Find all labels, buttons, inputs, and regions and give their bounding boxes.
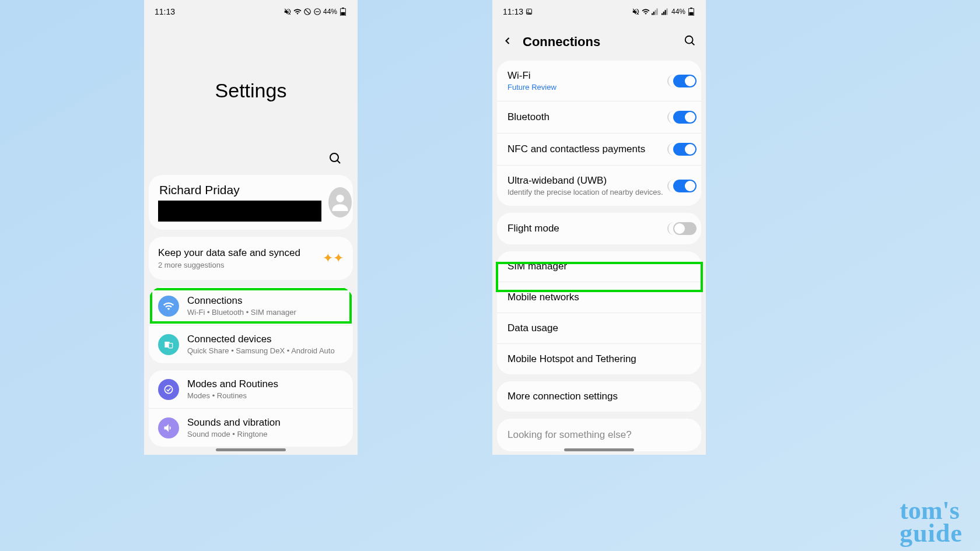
setting-sounds[interactable]: Sounds and vibration Sound mode • Ringto…	[149, 409, 353, 447]
devices-icon	[158, 334, 179, 355]
mute-icon	[632, 8, 640, 16]
profile-name: Richard Priday	[158, 183, 321, 197]
page-title: Connections	[523, 34, 674, 50]
search-button[interactable]	[328, 152, 342, 168]
connection-group-sim: SIM manager Mobile networks Data usage M…	[497, 251, 701, 374]
search-button[interactable]	[684, 34, 696, 50]
svg-line-27	[692, 43, 695, 45]
no-location-icon	[303, 8, 312, 16]
status-bar: 11:13 44%	[144, 0, 358, 23]
setting-sub: Quick Share • Samsung DeX • Android Auto	[187, 346, 344, 355]
svg-rect-18	[656, 8, 657, 15]
nav-bar	[564, 448, 634, 451]
setting-sub: Sound mode • Ringtone	[187, 430, 344, 438]
battery-text: 44%	[323, 8, 337, 16]
suggestion-sub: 2 more suggestions	[158, 261, 300, 269]
back-button[interactable]	[502, 34, 513, 50]
conn-data-usage[interactable]: Data usage	[497, 313, 701, 344]
signal-icon	[652, 8, 660, 16]
sound-icon	[158, 417, 179, 438]
svg-line-1	[305, 9, 310, 14]
svg-rect-16	[653, 12, 654, 15]
footer-text: Looking for something else?	[497, 419, 701, 451]
suggestion-title: Keep your data safe and synced	[158, 247, 300, 259]
svg-rect-15	[652, 13, 653, 15]
setting-label: Sounds and vibration	[187, 417, 344, 429]
connection-group-flight: Flight mode	[497, 213, 701, 244]
setting-label: Modes and Routines	[187, 378, 344, 390]
setting-sub: Modes • Routines	[187, 391, 344, 400]
watermark-line2: guide	[900, 522, 963, 545]
conn-wifi[interactable]: Wi-FiFuture Review	[497, 61, 701, 101]
connection-footer: Looking for something else?	[497, 419, 701, 451]
conn-uwb[interactable]: Ultra-wideband (UWB)Identify the precise…	[497, 166, 701, 206]
redacted-email	[158, 201, 321, 222]
mute-icon	[284, 8, 292, 16]
setting-modes[interactable]: Modes and Routines Modes • Routines	[149, 370, 353, 409]
nav-bar	[216, 448, 286, 451]
conn-more-settings[interactable]: More connection settings	[497, 381, 701, 412]
svg-point-14	[527, 10, 528, 12]
status-bar: 11:13 44%	[492, 0, 706, 23]
status-time: 11:13	[155, 7, 175, 16]
svg-rect-19	[662, 13, 663, 15]
svg-point-12	[164, 385, 172, 393]
conn-mobile-networks[interactable]: Mobile networks	[497, 282, 701, 313]
conn-nfc[interactable]: NFC and contactless payments	[497, 134, 701, 166]
battery-text: 44%	[671, 8, 685, 16]
bluetooth-toggle[interactable]	[667, 111, 691, 124]
person-icon	[328, 191, 352, 214]
sparkle-icon: ✦✦	[323, 251, 344, 266]
setting-label: Connections	[187, 295, 344, 307]
svg-point-7	[330, 153, 338, 162]
flight-toggle[interactable]	[667, 222, 691, 235]
uwb-toggle[interactable]	[667, 180, 691, 192]
connection-group-wireless: Wi-FiFuture Review Bluetooth NFC and con…	[497, 61, 701, 206]
svg-rect-25	[690, 12, 694, 15]
conn-sim-manager[interactable]: SIM manager	[497, 251, 701, 282]
chevron-left-icon	[502, 35, 513, 47]
wifi-icon	[293, 8, 302, 16]
svg-rect-20	[663, 12, 664, 15]
search-icon	[328, 152, 342, 166]
search-icon	[684, 34, 696, 47]
conn-flight-mode[interactable]: Flight mode	[497, 213, 701, 244]
nfc-toggle[interactable]	[667, 143, 691, 156]
profile-card[interactable]: Richard Priday	[149, 175, 353, 230]
status-time: 11:13	[503, 7, 533, 16]
settings-group-1: Connections Wi-Fi • Bluetooth • SIM mana…	[149, 287, 353, 363]
settings-group-2: Modes and Routines Modes • Routines Soun…	[149, 370, 353, 447]
status-icons: 44%	[284, 8, 347, 16]
wifi-toggle[interactable]	[667, 75, 691, 87]
battery-icon	[339, 8, 347, 16]
svg-rect-6	[341, 12, 345, 15]
phone-screenshot-connections: 11:13 44% Connections Wi-FiFuture Review…	[492, 0, 706, 455]
svg-rect-11	[169, 343, 173, 348]
svg-rect-21	[665, 10, 666, 15]
svg-point-9	[336, 195, 344, 202]
conn-hotspot[interactable]: Mobile Hotspot and Tethering	[497, 344, 701, 374]
svg-rect-17	[655, 10, 656, 15]
wifi-icon	[642, 8, 650, 16]
setting-label: Connected devices	[187, 334, 344, 345]
picture-icon	[526, 8, 533, 15]
setting-connections[interactable]: Connections Wi-Fi • Bluetooth • SIM mana…	[149, 287, 353, 325]
setting-sub: Wi-Fi • Bluetooth • SIM manager	[187, 308, 344, 317]
signal-icon-2	[662, 8, 670, 16]
watermark: tom's guide	[900, 499, 963, 545]
status-icons: 44%	[632, 8, 695, 16]
modes-icon	[158, 379, 179, 400]
svg-line-8	[337, 160, 340, 163]
wifi-setting-icon	[158, 296, 179, 317]
settings-header: Settings	[144, 23, 358, 175]
svg-rect-22	[666, 8, 667, 15]
dnd-icon	[313, 8, 321, 16]
suggestion-card[interactable]: Keep your data safe and synced 2 more su…	[149, 237, 353, 280]
conn-bluetooth[interactable]: Bluetooth	[497, 101, 701, 134]
svg-point-26	[685, 36, 693, 44]
battery-icon	[687, 8, 695, 16]
page-title: Settings	[215, 79, 287, 102]
connection-group-more: More connection settings	[497, 381, 701, 412]
phone-screenshot-settings: 11:13 44% Settings Richard Priday Keep y…	[144, 0, 358, 455]
setting-connected-devices[interactable]: Connected devices Quick Share • Samsung …	[149, 325, 353, 363]
